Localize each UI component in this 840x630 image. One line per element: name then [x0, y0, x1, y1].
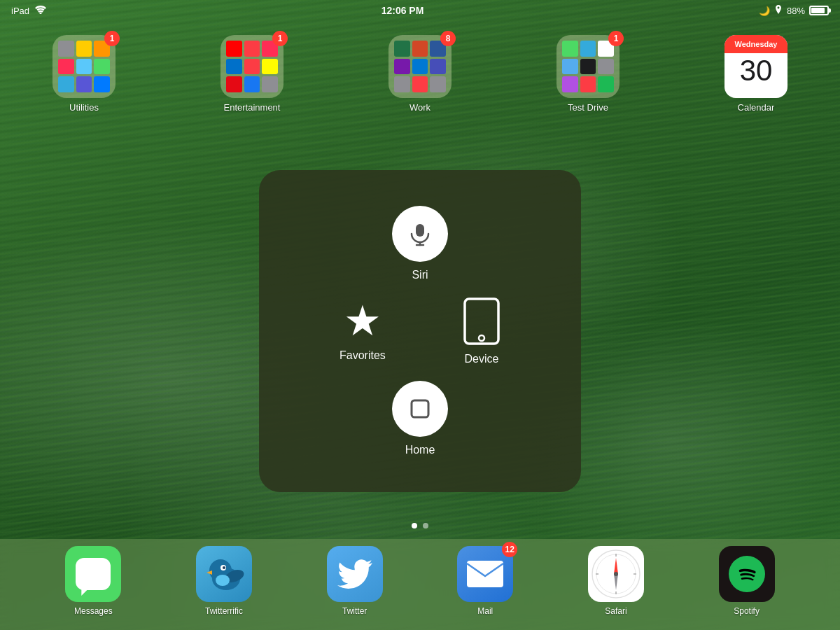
siri-label: Siri	[412, 269, 428, 281]
utilities-label: Utilities	[69, 102, 99, 113]
home-square-icon	[408, 397, 432, 421]
svg-point-5	[479, 335, 484, 341]
assistive-touch-menu: Siri ★ Favorites Device Home	[259, 170, 581, 492]
dock-safari[interactable]: Safari	[588, 546, 644, 616]
status-bar: iPad 12:06 PM 🌙 88%	[0, 0, 840, 21]
svg-rect-4	[465, 299, 498, 344]
dock: Messages Twitterrific	[0, 539, 840, 630]
location-icon	[774, 5, 783, 17]
mail-badge: 12	[502, 542, 517, 557]
app-entertainment[interactable]: 1 Entertainment	[210, 35, 294, 113]
messages-label: Messages	[74, 606, 113, 616]
work-icon[interactable]: 8	[388, 35, 451, 98]
spotify-label: Spotify	[734, 606, 760, 616]
dock-messages[interactable]: Messages	[65, 546, 121, 616]
dock-spotify[interactable]: Spotify	[719, 546, 775, 616]
entertainment-icon[interactable]: 1	[220, 35, 284, 98]
status-left: iPad	[11, 6, 46, 16]
messages-bubble	[76, 558, 111, 590]
mail-label: Mail	[477, 606, 493, 616]
safari-compass-icon	[592, 550, 640, 598]
battery-bar	[809, 6, 829, 15]
battery-percent: 88%	[787, 6, 805, 16]
testdrive-badge: 1	[608, 31, 624, 46]
home-label: Home	[405, 444, 435, 456]
mail-envelope-icon	[465, 559, 505, 589]
tablet-icon	[463, 297, 500, 346]
status-right: 🌙 88%	[759, 5, 829, 17]
calendar-header: Wednesday	[724, 35, 788, 53]
spotify-icon[interactable]	[719, 546, 775, 602]
page-dots	[412, 523, 428, 528]
dock-mail[interactable]: 12 Mail	[457, 546, 513, 616]
favorites-device-row: ★ Favorites Device	[301, 297, 539, 365]
microphone-icon	[407, 221, 433, 246]
siri-circle	[392, 206, 448, 262]
wifi-icon	[35, 6, 46, 16]
testdrive-icon[interactable]: 1	[556, 35, 620, 98]
siri-row: Siri	[301, 206, 539, 281]
testdrive-label: Test Drive	[568, 102, 608, 113]
utilities-icon[interactable]: 1	[52, 35, 115, 98]
home-button[interactable]: Home	[392, 381, 448, 456]
home-row: Home	[301, 381, 539, 456]
svg-point-10	[223, 566, 225, 569]
twitterrific-icon[interactable]	[196, 546, 252, 602]
svg-rect-13	[467, 561, 503, 587]
top-app-row: 1 Utilities 1	[28, 35, 812, 113]
app-calendar[interactable]: Wednesday 30 Calendar	[714, 35, 798, 113]
mail-icon[interactable]: 12	[457, 546, 513, 602]
page-dot-2[interactable]	[423, 523, 428, 528]
battery-fill	[811, 8, 825, 13]
entertainment-badge: 1	[272, 31, 288, 46]
siri-button[interactable]: Siri	[392, 206, 448, 281]
twitterrific-label: Twitterrific	[205, 606, 243, 616]
twitter-label: Twitter	[342, 606, 367, 616]
utilities-badge: 1	[104, 31, 120, 46]
favorites-label: Favorites	[340, 349, 386, 362]
messages-icon[interactable]	[65, 546, 121, 602]
safari-label: Safari	[605, 606, 626, 616]
entertainment-label: Entertainment	[224, 102, 281, 113]
svg-point-0	[40, 13, 42, 14]
dock-twitter[interactable]: Twitter	[327, 546, 383, 616]
work-label: Work	[410, 102, 430, 113]
calendar-icon[interactable]: Wednesday 30	[724, 35, 788, 98]
svg-rect-1	[416, 224, 424, 237]
app-utilities[interactable]: 1 Utilities	[42, 35, 126, 113]
app-testdrive[interactable]: 1 Test Drive	[546, 35, 630, 113]
svg-rect-6	[412, 400, 428, 417]
twitterrific-bird-icon	[200, 550, 248, 598]
dock-twitterrific[interactable]: Twitterrific	[196, 546, 252, 616]
page-dot-1[interactable]	[412, 523, 417, 528]
device-button[interactable]: Device	[463, 297, 500, 365]
calendar-label: Calendar	[738, 102, 775, 113]
app-work[interactable]: 8 Work	[378, 35, 462, 113]
device-label: Device	[464, 353, 498, 365]
twitter-bird-icon	[337, 559, 372, 589]
moon-icon: 🌙	[759, 6, 770, 16]
calendar-day: 30	[740, 56, 773, 85]
svg-point-12	[216, 575, 230, 586]
favorites-button[interactable]: ★ Favorites	[340, 300, 386, 362]
twitter-icon[interactable]	[327, 546, 383, 602]
time-display: 12:06 PM	[382, 5, 424, 16]
star-icon: ★	[344, 300, 382, 342]
safari-icon[interactable]	[588, 546, 644, 602]
device-label: iPad	[11, 6, 29, 16]
home-circle	[392, 381, 448, 437]
work-badge: 8	[440, 31, 456, 46]
svg-point-18	[614, 572, 618, 576]
spotify-logo-icon	[729, 556, 765, 592]
